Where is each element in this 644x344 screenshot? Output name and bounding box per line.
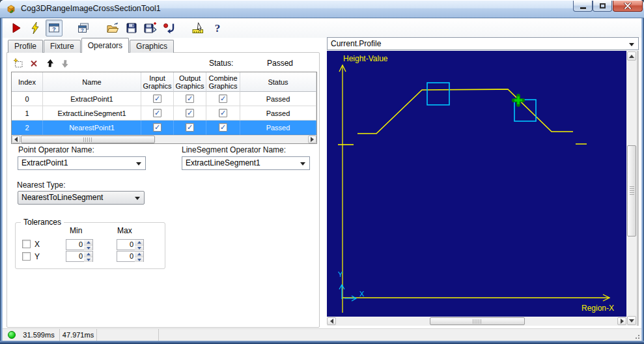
x-tolerance-checkbox[interactable] (22, 240, 31, 248)
spin-up-button[interactable] (135, 240, 143, 245)
scroll-down-button[interactable] (627, 316, 636, 325)
spin-down-button[interactable] (135, 257, 143, 262)
minimize-icon (580, 7, 586, 9)
spin-up-button[interactable] (84, 240, 92, 245)
tab-graphics[interactable]: Graphics (130, 40, 174, 53)
chevron-down-icon (136, 162, 141, 168)
column-header-input-graphics[interactable]: Input Graphics (141, 72, 174, 92)
input-graphics-checkbox[interactable]: ✓ (153, 94, 161, 103)
table-row[interactable]: 2NearestPoint1✓✓✓Passed (12, 121, 316, 135)
profile-source-combobox[interactable]: Current.Profile (327, 37, 639, 50)
linesegment-operator-combobox[interactable]: ExtractLineSegment1 (182, 156, 310, 170)
spin-down-button[interactable] (84, 245, 92, 250)
combine-graphics-checkbox[interactable]: ✓ (219, 123, 227, 132)
add-operator-button[interactable] (11, 57, 25, 70)
combine-graphics-checkbox[interactable]: ✓ (219, 94, 227, 103)
y-max-spinner[interactable]: 0 (117, 251, 144, 262)
table-row[interactable]: 1ExtractLineSegment1✓✓✓Passed (12, 106, 316, 121)
scroll-left-button[interactable] (327, 317, 336, 325)
maximize-button[interactable] (593, 1, 612, 12)
table-row[interactable]: 0ExtractPoint1✓✓✓Passed (12, 92, 316, 106)
spinner-buttons (84, 251, 92, 261)
linesegment-operator-label: LineSegment Operator Name: (182, 145, 286, 154)
move-operator-up-button[interactable] (42, 57, 57, 70)
main-toolbar: ??? (3, 18, 641, 38)
scroll-right-button[interactable] (617, 317, 626, 325)
scrollbar-thumb[interactable] (430, 317, 525, 325)
delete-operator-button[interactable] (27, 57, 41, 70)
operator-toolbar (11, 56, 74, 70)
profile-chart-svg: Height-ValueRegion-XYX (327, 51, 626, 317)
tolerances-title: Tolerances (21, 218, 64, 227)
column-header-index[interactable]: Index (12, 72, 43, 92)
float-result-display-button[interactable]: ? (75, 20, 92, 36)
point-operator-label: Point Operator Name: (18, 145, 94, 154)
column-header-output-graphics[interactable]: Output Graphics (174, 72, 206, 92)
scrollbar-thumb[interactable] (627, 145, 636, 236)
max-column-label: Max (117, 226, 132, 235)
profile-chart[interactable]: Height-ValueRegion-XYX (327, 51, 626, 317)
save-button[interactable] (123, 20, 140, 36)
input-graphics-checkbox[interactable]: ✓ (153, 123, 161, 132)
grip-icon (83, 137, 92, 142)
spin-up-button[interactable] (84, 251, 92, 257)
chevron-down-icon (300, 162, 305, 168)
arrow-down-icon (137, 259, 141, 263)
scroll-up-button[interactable] (627, 51, 636, 61)
output-graphics-checkbox[interactable]: ✓ (186, 109, 194, 117)
input-graphics-checkbox[interactable]: ✓ (153, 109, 161, 117)
input-graphics-checkbox-cell: ✓ (141, 106, 174, 121)
origin-x-axis-icon (344, 296, 356, 301)
window-border (0, 18, 3, 344)
run-button[interactable] (8, 20, 25, 36)
nearest-type-combobox[interactable]: NearestToLineSegment (18, 191, 145, 205)
spin-down-button[interactable] (84, 257, 92, 262)
run-once-button[interactable] (27, 20, 44, 36)
save-as-button[interactable] (142, 20, 159, 36)
scroll-right-button[interactable] (308, 136, 316, 143)
chart-vertical-scrollbar[interactable] (626, 51, 637, 326)
tab-profile[interactable]: Profile (8, 40, 43, 53)
delete-operator-icon (29, 59, 38, 68)
show-result-display-button[interactable]: ? (46, 20, 63, 36)
reset-button[interactable] (161, 20, 178, 36)
titlebar[interactable]: Cog3DRangeImageCrossSectionTool1 (0, 0, 644, 18)
chevron-down-icon (629, 43, 634, 49)
chart-horizontal-scrollbar[interactable] (327, 317, 626, 326)
search-region[interactable] (427, 83, 449, 105)
column-header-status[interactable]: Status (240, 72, 316, 92)
index-cell: 2 (12, 121, 43, 135)
resize-grip[interactable] (634, 333, 640, 339)
y-min-spinner[interactable]: 0 (66, 251, 93, 262)
y-tolerance-checkbox[interactable] (22, 252, 31, 261)
tabstrip: ProfileFixtureOperatorsGraphics (8, 38, 175, 53)
minimize-button[interactable] (573, 1, 593, 12)
combine-graphics-checkbox[interactable]: ✓ (219, 109, 227, 117)
table-horizontal-scrollbar[interactable] (12, 135, 316, 143)
open-file-button[interactable] (104, 20, 121, 36)
close-button[interactable] (613, 1, 643, 12)
status-bar: 31.599ms 47.971ms (3, 328, 641, 341)
spin-down-button[interactable] (135, 245, 143, 250)
y-axis-label: Height-Value (343, 54, 388, 63)
output-graphics-checkbox[interactable]: ✓ (186, 94, 194, 103)
measure-button[interactable] (190, 20, 207, 36)
tab-operators[interactable]: Operators (81, 38, 129, 53)
output-graphics-checkbox[interactable]: ✓ (186, 123, 194, 132)
scrollbar-thumb[interactable] (21, 136, 155, 143)
spin-up-button[interactable] (135, 251, 143, 257)
save-icon (126, 22, 137, 34)
scroll-left-button[interactable] (12, 136, 20, 143)
tab-fixture[interactable]: Fixture (44, 40, 81, 53)
x-max-spinner[interactable]: 0 (117, 239, 144, 250)
point-operator-combobox[interactable]: ExtractPoint1 (18, 156, 146, 170)
execution-time: 31.599ms (18, 329, 60, 341)
x-min-spinner[interactable]: 0 (66, 239, 93, 250)
column-header-name[interactable]: Name (43, 72, 141, 92)
status-label: Status: (209, 59, 233, 68)
output-graphics-checkbox-cell: ✓ (174, 121, 206, 135)
status-cell: Passed (240, 121, 316, 135)
column-header-combine-graphics[interactable]: Combine Graphics (206, 72, 240, 92)
help-button[interactable]: ? (209, 20, 226, 36)
operator-name-cell: ExtractPoint1 (43, 92, 141, 106)
